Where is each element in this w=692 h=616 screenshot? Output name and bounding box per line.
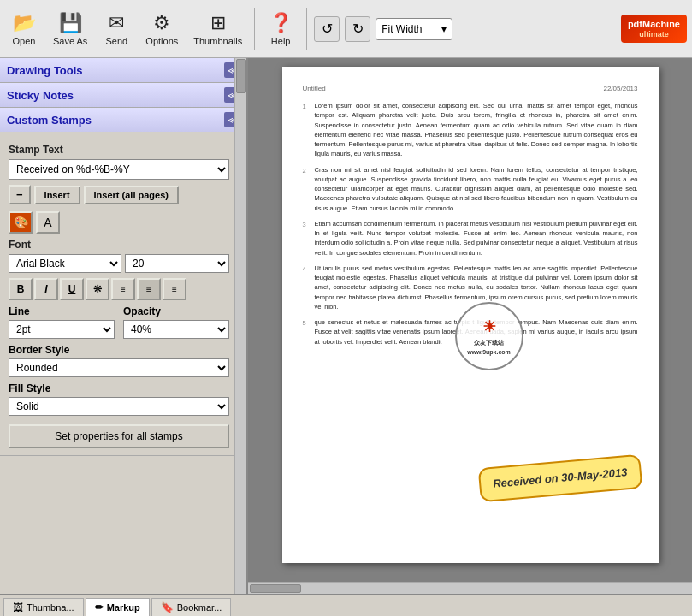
custom-stamps-header[interactable]: Custom Stamps ≪: [0, 108, 246, 132]
paragraph-5: 5 que senectus et netus et malesuada fam…: [303, 317, 638, 346]
paragraph-4: 4 Ut iaculis purus sed metus vestibulum …: [303, 264, 638, 311]
tab-thumbnails-label: Thumbna...: [27, 602, 74, 613]
sticky-notes-title: Sticky Notes: [7, 89, 74, 102]
open-icon: 📂: [13, 12, 36, 34]
sticky-notes-section: Sticky Notes ≪: [0, 83, 246, 108]
pdf-page: Untitled 22/05/2013 1 Lorem ipsum dolor …: [282, 67, 659, 563]
remove-stamp-button[interactable]: −: [9, 185, 31, 204]
saveas-button[interactable]: 💾 Save As: [48, 10, 92, 48]
tab-bookmarks-label: Bookmar...: [177, 602, 222, 613]
separator-1: [254, 8, 255, 50]
right-panel: Untitled 22/05/2013 1 Lorem ipsum dolor …: [248, 58, 692, 594]
text-color-button[interactable]: A: [36, 211, 60, 234]
align-right-button[interactable]: ≡: [163, 278, 186, 300]
opacity-select[interactable]: 40% 10%20%30% 50%60%70%80%90%100%: [123, 320, 229, 339]
tab-markup-icon: ✏: [95, 601, 104, 613]
border-style-label: Border Style: [9, 344, 229, 356]
tab-markup[interactable]: ✏ Markup: [86, 598, 150, 616]
send-icon: ✉: [109, 12, 124, 34]
pdf-logo: pdfMachine ultimate: [621, 15, 687, 44]
bottom-tab-bar: 🖼 Thumbna... ✏ Markup 🔖 Bookmar...: [0, 594, 692, 616]
fit-width-dropdown-icon: ▾: [441, 23, 447, 35]
font-size-select[interactable]: 20 8101214 1618242832: [125, 254, 229, 273]
main-area: Drawing Tools ≪ Sticky Notes ≪ Custom St…: [0, 58, 692, 594]
stamps-content: Stamp Text Received on %d-%B-%Y − Insert…: [0, 132, 246, 455]
help-button[interactable]: ❓ Help: [262, 10, 299, 48]
symbol-button[interactable]: ❊: [86, 278, 109, 300]
font-family-select[interactable]: Arial Black Arial Times New Roman Courie…: [9, 254, 121, 273]
horizontal-scrollbar[interactable]: [248, 582, 692, 594]
line-select[interactable]: 2pt 1pt 3pt 4pt: [9, 320, 115, 339]
align-left-button[interactable]: ≡: [111, 278, 135, 300]
stamp-btn-row: − Insert Insert (all pages): [9, 185, 229, 204]
pdf-date: 22/05/2013: [603, 84, 637, 94]
line-label: Line: [9, 305, 115, 317]
drawing-tools-title: Drawing Tools: [7, 64, 83, 77]
paragraph-3: 3 Etiam accumsan condimentum fermentum. …: [303, 219, 638, 258]
left-scroll-thumb[interactable]: [236, 59, 246, 93]
left-panel: Drawing Tools ≪ Sticky Notes ≪ Custom St…: [0, 58, 248, 594]
font-section: Font Arial Black Arial Times New Roman C…: [9, 239, 229, 300]
underline-button[interactable]: U: [60, 278, 84, 300]
tab-bookmarks-icon: 🔖: [161, 601, 174, 613]
open-button[interactable]: 📂 Open: [5, 10, 43, 48]
italic-button[interactable]: I: [34, 278, 58, 300]
redo-button[interactable]: ↻: [345, 16, 370, 42]
stamp-text-dropdown[interactable]: Received on %d-%B-%Y: [9, 159, 229, 180]
bold-button[interactable]: B: [9, 278, 33, 300]
line-opacity-row: Line 2pt 1pt 3pt 4pt Opacity 40% 10%20%3…: [9, 305, 229, 339]
drawing-tools-header[interactable]: Drawing Tools ≪: [0, 58, 246, 82]
insert-all-button[interactable]: Insert (all pages): [84, 186, 179, 204]
thumbnails-icon: ⊞: [210, 12, 226, 34]
pdf-scroll-area[interactable]: Untitled 22/05/2013 1 Lorem ipsum dolor …: [248, 58, 692, 582]
border-style-row: Border Style Rounded None Solid Cloud: [9, 344, 229, 377]
stamp-annotation: Received on 30-May-2013: [479, 461, 642, 495]
tab-bookmarks[interactable]: 🔖 Bookmar...: [151, 598, 232, 616]
undo-button[interactable]: ↺: [314, 16, 340, 42]
fit-width-selector[interactable]: Fit Width ▾: [376, 18, 452, 40]
fill-style-select[interactable]: Solid None Hatch Cross-Hatch: [9, 397, 229, 416]
options-icon: ⚙: [153, 12, 170, 34]
pdf-title: Untitled: [303, 84, 326, 94]
h-scroll-thumb[interactable]: [250, 584, 301, 593]
align-center-button[interactable]: ≡: [137, 278, 161, 300]
pdf-page-header: Untitled 22/05/2013: [303, 84, 638, 94]
font-select-row: Arial Black Arial Times New Roman Courie…: [9, 254, 229, 273]
help-icon: ❓: [269, 12, 293, 34]
custom-stamps-title: Custom Stamps: [7, 114, 92, 127]
stamp-text-label: Stamp Text: [9, 144, 229, 156]
fill-style-label: Fill Style: [9, 382, 229, 394]
stamp-icon-row: 🎨 A: [9, 211, 229, 234]
format-btn-row: B I U ❊ ≡ ≡ ≡: [9, 278, 229, 300]
stamp-text-display: Received on 30-May-2013: [493, 465, 628, 490]
thumbnails-button[interactable]: ⊞ Thumbnails: [188, 10, 247, 48]
tab-thumbnails-icon: 🖼: [13, 601, 23, 613]
options-button[interactable]: ⚙ Options: [140, 10, 183, 48]
tab-thumbnails[interactable]: 🖼 Thumbna...: [3, 598, 84, 616]
set-properties-button[interactable]: Set properties for all stamps: [9, 424, 229, 448]
left-scrollbar[interactable]: [234, 58, 246, 594]
send-button[interactable]: ✉ Send: [98, 10, 135, 48]
sticky-notes-header[interactable]: Sticky Notes ≪: [0, 83, 246, 107]
insert-button[interactable]: Insert: [34, 186, 80, 204]
opacity-group: Opacity 40% 10%20%30% 50%60%70%80%90%100…: [123, 305, 229, 339]
opacity-label: Opacity: [123, 305, 229, 317]
font-label: Font: [9, 239, 229, 251]
saveas-icon: 💾: [59, 12, 82, 34]
drawing-tools-section: Drawing Tools ≪: [0, 58, 246, 83]
separator-2: [306, 8, 307, 50]
tab-markup-label: Markup: [107, 602, 140, 613]
paragraph-1: 1 Lorem ipsum dolor sit amet, consectetu…: [303, 101, 638, 159]
color-fill-button[interactable]: 🎨: [9, 211, 33, 234]
fill-style-row: Fill Style Solid None Hatch Cross-Hatch: [9, 382, 229, 416]
line-group: Line 2pt 1pt 3pt 4pt: [9, 305, 115, 339]
paragraph-2: 2 Cras non mi sit amet nisl feugiat soll…: [303, 165, 638, 213]
border-style-select[interactable]: Rounded None Solid Cloud: [9, 358, 229, 377]
toolbar: 📂 Open 💾 Save As ✉ Send ⚙ Options ⊞ Thum…: [0, 0, 692, 58]
custom-stamps-section: Custom Stamps ≪ Stamp Text Received on %…: [0, 108, 246, 456]
